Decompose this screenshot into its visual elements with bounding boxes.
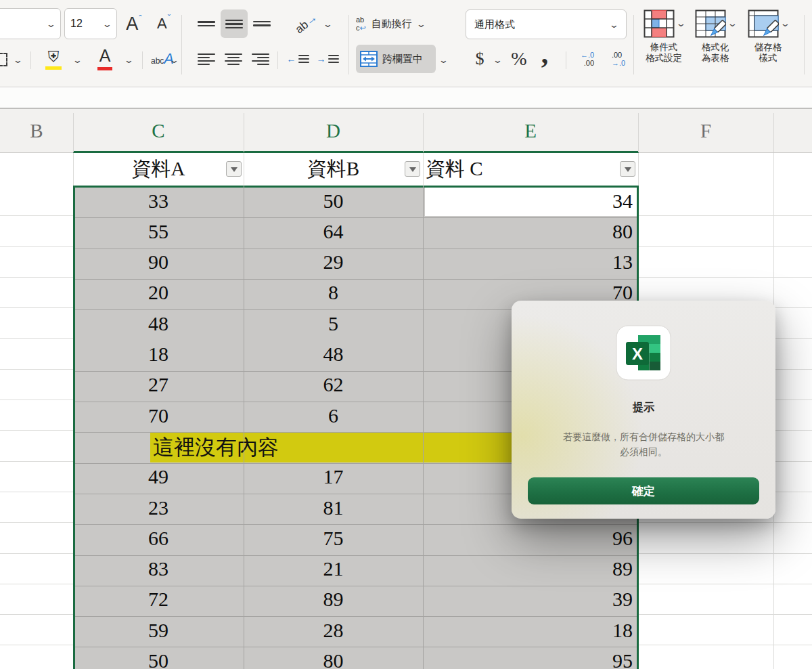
increase-decimal-button[interactable]: .00→.0 bbox=[604, 46, 633, 72]
cell-C-row6[interactable]: 18 bbox=[73, 339, 244, 370]
fill-color-button[interactable]: ⛨ bbox=[39, 45, 68, 73]
cell-D-row1[interactable]: 50 bbox=[244, 186, 423, 216]
align-right-button[interactable] bbox=[249, 47, 272, 70]
borders-dropdown[interactable]: ⌄ bbox=[9, 47, 26, 72]
chevron-down-icon: ⌄ bbox=[168, 55, 179, 65]
cell-D-row13[interactable]: 21 bbox=[244, 554, 423, 584]
cell-C-row14[interactable]: 72 bbox=[73, 584, 244, 615]
cell-D-row10[interactable]: 17 bbox=[244, 462, 423, 492]
merge-center-icon bbox=[360, 51, 378, 67]
cell-E-row3[interactable]: 13 bbox=[423, 247, 638, 278]
indent-lines-icon bbox=[298, 55, 309, 63]
font-size-value: 12 bbox=[70, 18, 83, 30]
font-size-select[interactable]: 12 ⌄ bbox=[64, 8, 117, 39]
cell-C-row10[interactable]: 49 bbox=[73, 462, 244, 492]
align-left-icon bbox=[198, 53, 215, 65]
button-label: 格式化 bbox=[702, 42, 729, 53]
cell-C-row4[interactable]: 20 bbox=[73, 278, 244, 308]
ok-button[interactable]: 確定 bbox=[528, 477, 759, 504]
caret-up-icon: ˆ bbox=[139, 14, 141, 24]
cell-E-row13[interactable]: 89 bbox=[423, 554, 638, 584]
cell-D-row15[interactable]: 28 bbox=[244, 615, 423, 645]
format-as-table-button[interactable]: ⌄ 格式化 為表格 bbox=[692, 9, 739, 64]
increase-font-size-button[interactable]: A ˆ bbox=[120, 9, 148, 38]
align-left-button[interactable] bbox=[195, 47, 218, 70]
cell-D-row8[interactable]: 6 bbox=[244, 400, 423, 431]
cell-D-row14[interactable]: 89 bbox=[244, 584, 423, 615]
column-header-F[interactable]: F bbox=[638, 109, 773, 153]
conditional-formatting-button[interactable]: ⌄ 條件式 格式設定 bbox=[640, 9, 687, 64]
cell-E-row15[interactable]: 18 bbox=[423, 615, 638, 645]
chevron-down-icon: ⌄ bbox=[322, 19, 332, 29]
chevron-down-icon: ⌄ bbox=[72, 55, 82, 65]
chevron-down-icon: ⌄ bbox=[780, 18, 790, 29]
font-color-button[interactable]: A bbox=[92, 45, 118, 73]
cell-C-row2[interactable]: 55 bbox=[73, 216, 244, 246]
column-header-E[interactable]: E bbox=[423, 109, 638, 153]
decrease-indent-button[interactable]: ← bbox=[284, 47, 311, 70]
cell-C-row15[interactable]: 59 bbox=[73, 615, 244, 645]
text-effects-dropdown[interactable]: ⌄ bbox=[166, 47, 181, 72]
cell-E-row2[interactable]: 80 bbox=[423, 216, 638, 246]
cell-C-row13[interactable]: 83 bbox=[73, 554, 244, 584]
button-label: 樣式 bbox=[759, 53, 777, 64]
currency-format-button[interactable]: $ bbox=[470, 46, 490, 72]
cell-C-row11[interactable]: 23 bbox=[73, 492, 244, 523]
cell-C-row12[interactable]: 66 bbox=[73, 523, 244, 553]
column-header-B[interactable]: B bbox=[0, 109, 73, 153]
column-headers[interactable]: BCDEF bbox=[0, 109, 812, 153]
filter-dropdown-button[interactable] bbox=[405, 161, 420, 177]
cell-C-row7[interactable]: 27 bbox=[73, 370, 244, 400]
table-header-C: 資料A bbox=[73, 153, 244, 186]
cell-C-row16[interactable]: 50 bbox=[73, 646, 244, 669]
cell-D-row7[interactable]: 62 bbox=[244, 370, 423, 400]
cell-D-row5[interactable]: 5 bbox=[244, 308, 423, 339]
orientation-button[interactable]: ab→ ⌄ bbox=[291, 9, 334, 38]
merge-center-button[interactable]: 跨欄置中 bbox=[356, 45, 436, 73]
cell-D-row4[interactable]: 8 bbox=[244, 278, 423, 308]
cell-D-row12[interactable]: 75 bbox=[244, 523, 423, 553]
font-color-icon: A bbox=[95, 47, 114, 70]
cell-D-row3[interactable]: 29 bbox=[244, 247, 423, 278]
column-header-C[interactable]: C bbox=[73, 109, 244, 153]
merge-center-dropdown[interactable]: ⌄ bbox=[436, 47, 451, 72]
cell-D-row6[interactable]: 48 bbox=[244, 339, 423, 370]
align-middle-button[interactable] bbox=[221, 9, 248, 38]
cell-D-row11[interactable]: 81 bbox=[244, 492, 423, 523]
wrap-text-button[interactable]: abc↩ 自動換行 ⌄ bbox=[356, 11, 448, 37]
align-center-button[interactable] bbox=[222, 47, 245, 70]
decrease-font-size-button[interactable]: A ˇ bbox=[150, 9, 177, 38]
button-label: 為表格 bbox=[702, 53, 729, 64]
currency-format-dropdown[interactable]: ⌄ bbox=[490, 49, 505, 70]
button-label: 儲存格 bbox=[754, 42, 782, 53]
increase-indent-button[interactable]: → bbox=[314, 47, 341, 70]
comma-format-button[interactable]: , bbox=[536, 41, 554, 66]
filter-triangle-icon bbox=[409, 167, 416, 172]
align-center-icon bbox=[225, 53, 242, 65]
decrease-decimal-button[interactable]: ←.0.00 bbox=[572, 46, 602, 72]
font-name-select[interactable]: ⌄ bbox=[0, 8, 61, 39]
cell-C-row5[interactable]: 48 bbox=[73, 308, 244, 339]
filter-dropdown-button[interactable] bbox=[226, 161, 242, 177]
align-bottom-icon bbox=[253, 21, 271, 26]
align-bottom-button[interactable] bbox=[250, 12, 273, 35]
cell-styles-button[interactable]: ⌄ 儲存格 樣式 bbox=[744, 9, 792, 64]
chevron-down-icon: ⌄ bbox=[416, 19, 426, 29]
percent-format-button[interactable]: % bbox=[506, 46, 532, 72]
align-top-button[interactable] bbox=[195, 12, 218, 35]
fill-color-dropdown[interactable]: ⌄ bbox=[69, 47, 85, 72]
cell-styles-icon bbox=[748, 9, 779, 38]
column-header-D[interactable]: D bbox=[244, 109, 423, 153]
number-format-select[interactable]: 通用格式 ⌄ bbox=[466, 9, 627, 39]
cell-E-row16[interactable]: 95 bbox=[423, 646, 638, 669]
cell-D-row2[interactable]: 64 bbox=[244, 216, 423, 246]
cell-C-row3[interactable]: 90 bbox=[73, 247, 244, 278]
cell-E-row12[interactable]: 96 bbox=[423, 523, 638, 553]
cell-E-row1[interactable]: 34 bbox=[423, 186, 638, 216]
filter-dropdown-button[interactable] bbox=[620, 161, 635, 177]
cell-D-row16[interactable]: 80 bbox=[244, 646, 423, 669]
cell-C-row1[interactable]: 33 bbox=[73, 186, 244, 216]
cell-E-row14[interactable]: 39 bbox=[423, 584, 638, 615]
font-color-dropdown[interactable]: ⌄ bbox=[120, 47, 137, 72]
cell-C-row8[interactable]: 70 bbox=[73, 400, 244, 431]
